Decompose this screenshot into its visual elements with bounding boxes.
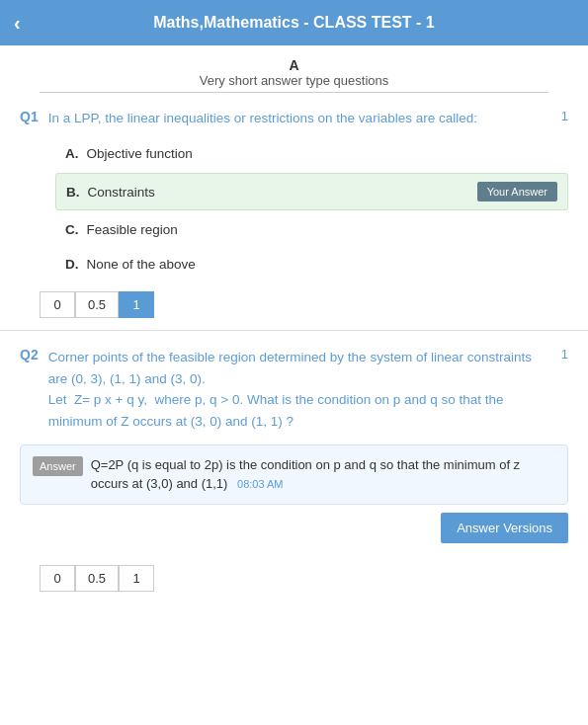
answer-label: Answer [33, 456, 83, 477]
q1-score-0[interactable]: 0 [40, 291, 75, 318]
q1-score-1[interactable]: 1 [119, 291, 154, 318]
header: ‹ Maths,Mathematics - CLASS TEST - 1 [0, 0, 588, 45]
q1-score-row: 0 0.5 1 [40, 291, 568, 318]
page-title: Maths,Mathematics - CLASS TEST - 1 [153, 14, 435, 32]
q2-text-line2: Let Z= p x + q y, where p, q > 0. What i… [48, 392, 504, 429]
q1-option-b[interactable]: B. Constraints Your Answer [55, 173, 568, 210]
q2-score-1[interactable]: 1 [119, 565, 154, 592]
question-2-block: Q2 Corner points of the feasible region … [0, 331, 588, 603]
q1-option-b-label: B. [66, 185, 80, 200]
q1-number: Q1 [20, 109, 39, 124]
q2-answer-text: Q=2P (q is equal to 2p) is the condition… [91, 455, 555, 494]
q2-score-row: 0 0.5 1 [40, 565, 568, 592]
q1-options: A. Objective function B. Constraints You… [55, 138, 568, 280]
q1-option-d-label: D. [65, 257, 79, 272]
q2-score-05[interactable]: 0.5 [75, 565, 119, 592]
q1-option-a-text: Objective function [87, 146, 559, 161]
q1-option-a[interactable]: A. Objective function [55, 138, 568, 169]
q2-answer-area: Answer Q=2P (q is equal to 2p) is the co… [20, 444, 568, 505]
question-1-block: Q1 In a LPP, the linear inequalities or … [0, 93, 588, 331]
q2-answer-time: 08:03 AM [237, 478, 283, 490]
section-type: Very short answer type questions [0, 73, 588, 88]
section-letter: A [0, 57, 588, 73]
answer-versions-button[interactable]: Answer Versions [441, 513, 568, 543]
your-answer-badge: Your Answer [477, 182, 557, 201]
q1-option-c[interactable]: C. Feasible region [55, 214, 568, 245]
q2-marks: 1 [561, 347, 568, 362]
q1-option-b-text: Constraints [88, 185, 477, 200]
question-2-row: Q2 Corner points of the feasible region … [20, 347, 568, 432]
q1-option-a-label: A. [65, 146, 79, 161]
q1-text: In a LPP, the linear inequalities or res… [48, 109, 551, 128]
q2-text: Corner points of the feasible region det… [48, 347, 551, 432]
question-1-row: Q1 In a LPP, the linear inequalities or … [20, 109, 568, 128]
back-button[interactable]: ‹ [14, 12, 21, 35]
q1-option-c-text: Feasible region [87, 222, 559, 237]
q1-option-c-label: C. [65, 222, 79, 237]
q2-number: Q2 [20, 347, 39, 362]
q1-option-d[interactable]: D. None of the above [55, 249, 568, 280]
q1-score-05[interactable]: 0.5 [75, 291, 119, 318]
q2-text-line1: Corner points of the feasible region det… [48, 350, 532, 386]
q1-marks: 1 [561, 109, 568, 123]
section-label: A Very short answer type questions [0, 45, 588, 92]
q1-option-d-text: None of the above [87, 257, 559, 272]
q2-score-0[interactable]: 0 [40, 565, 75, 592]
